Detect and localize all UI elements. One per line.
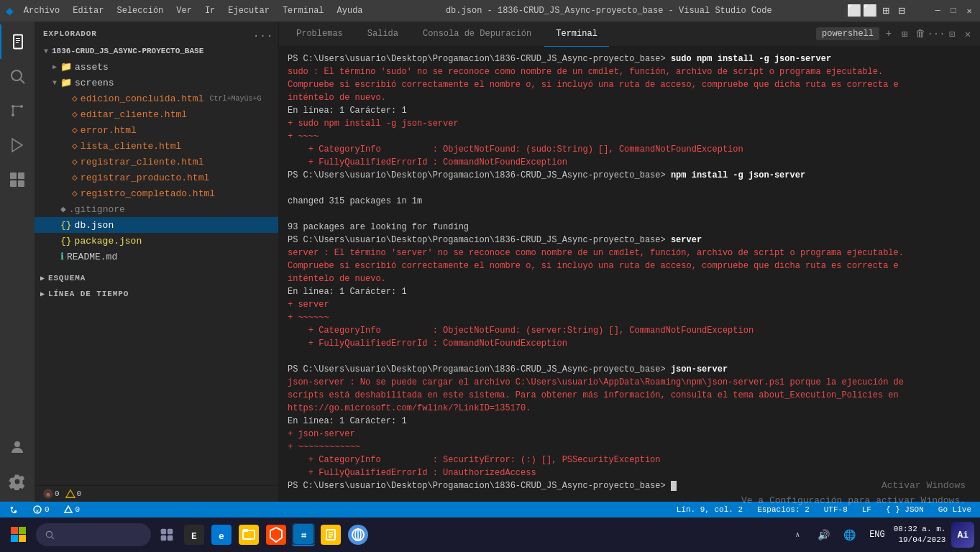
taskbar-clock[interactable]: 08:32 a. m. 19/04/2023 [894,524,946,546]
close-button[interactable]: ✕ [964,6,974,16]
svg-text:E: E [191,531,197,542]
menu-terminal[interactable]: Terminal [277,4,330,17]
activity-bar [0,22,35,502]
svg-rect-29 [161,529,167,535]
trash-terminal-icon[interactable]: 🗑 [914,27,927,40]
taskbar-vscode-icon[interactable]: ⌗ [292,523,315,546]
split-terminal-icon[interactable]: ⊞ [898,27,911,40]
systray-language[interactable]: ENG [866,527,888,543]
minimize-button[interactable]: ─ [933,6,943,16]
svg-point-7 [12,114,14,116]
taskbar-files-icon[interactable] [319,523,342,546]
activity-search[interactable] [0,59,35,93]
layout-btn-4[interactable]: ⊟ [897,6,907,16]
tree-item-db-json[interactable]: ▶ {} db.json [35,217,278,233]
menu-ejecutar[interactable]: Ejecutar [222,4,275,17]
terminal-line-1: PS C:\Users\usuario\Desktop\Progamacion\… [288,52,971,65]
tree-item-readme[interactable]: ▶ ℹ README.md [35,249,278,264]
systray-chevron[interactable]: ∧ [786,523,809,546]
error-count-status: 0 [45,505,50,514]
golive-text: Go Live [938,505,971,514]
terminal-line-27: + json-server [288,428,971,441]
svg-rect-0 [16,38,20,39]
status-golive[interactable]: Go Live [935,502,974,518]
editar-cliente-label: editar_cliente.html [81,109,187,120]
taskbar-epic-icon[interactable]: E [183,523,206,546]
tree-item-gitignore[interactable]: ▶ ◆ .gitignore [35,201,278,217]
shortcut-hint: Ctrl+Mayús+G [209,95,261,103]
more-options-icon[interactable]: ... [257,27,270,40]
status-warnings[interactable]: 0 [61,502,83,518]
status-git[interactable] [6,502,22,518]
spaces-text: Espacios: 2 [757,505,810,514]
taskbar-browser-icon[interactable] [347,523,370,546]
tree-item-screens[interactable]: ▼ 📁 screens [35,75,278,91]
status-eol[interactable]: LF [859,502,874,518]
terminal-line-13: PS C:\Users\usuario\Desktop\Progamacion\… [288,234,971,247]
close-panel-icon[interactable]: ✕ [961,27,974,40]
tab-salida[interactable]: Salida [356,22,410,47]
systray-volume[interactable]: 🔊 [812,523,835,546]
svg-text:e: e [219,531,224,542]
tab-consola[interactable]: Consola de Depuración [411,22,543,47]
menu-ver[interactable]: Ver [170,4,198,17]
status-spaces[interactable]: Espacios: 2 [754,502,812,518]
tree-item-registro-completado[interactable]: ▶ ◇ registro_completado.html [35,185,278,201]
activity-settings[interactable] [0,464,35,499]
status-encoding[interactable]: UTF-8 [821,502,851,518]
error-count: ⊗ 0 [43,489,60,499]
tree-item-package-json[interactable]: ▶ {} package.json [35,233,278,249]
tree-item-lista-cliente[interactable]: ▶ ◇ lista_cliente.html [35,138,278,154]
status-errors[interactable]: ✕ 0 [30,502,52,518]
taskbar-search-box[interactable] [36,523,151,546]
activity-debug[interactable] [0,128,35,162]
sidebar-section-esquema[interactable]: ▶ Esquema [35,270,278,286]
tree-item-registrar-producto[interactable]: ▶ ◇ registrar_producto.html [35,170,278,185]
taskbar-multitask-icon[interactable] [155,523,178,546]
taskbar-explorer-icon[interactable] [237,523,260,546]
registrar-producto-label: registrar_producto.html [81,172,209,183]
tree-root-folder[interactable]: ▼ 1836-CRUD_JS_ASYNC-PROYECTO_BASE [35,43,278,59]
powershell-tab[interactable]: powershell [816,27,879,40]
menu-bar: Archivo Editar Selección Ver Ir Ejecutar… [18,4,369,17]
ai-button[interactable]: Ai [951,522,974,548]
terminal-blank-2 [288,208,971,221]
menu-editar[interactable]: Editar [67,4,109,17]
html-icon-6: ◇ [72,172,78,183]
status-language[interactable]: { } JSON [883,502,927,518]
menu-archivo[interactable]: Archivo [18,4,65,17]
menu-ir[interactable]: Ir [199,4,221,17]
tree-item-assets[interactable]: ▶ 📁 assets [35,59,278,75]
tree-item-error[interactable]: ▶ ◇ error.html [35,122,278,138]
activity-account[interactable] [0,430,35,464]
tree-item-edicion-concluida[interactable]: ▶ ◇ edicion_concluida.html Ctrl+Mayús+G [35,91,278,106]
menu-seleccion[interactable]: Selección [111,4,169,17]
status-bar-left: ✕ 0 0 [6,502,83,518]
status-line-col[interactable]: Lín. 9, col. 2 [674,502,746,518]
layout-btn-2[interactable]: ⬜ [865,6,875,16]
terminal-body[interactable]: PS C:\Users\usuario\Desktop\Progamacion\… [279,47,980,502]
more-terminal-icon[interactable]: ··· [930,27,943,40]
terminal-tabs-right: powershell + ⊞ 🗑 ··· ⊡ ✕ [816,27,974,40]
activity-extensions[interactable] [0,162,35,197]
svg-rect-1 [16,40,20,41]
sidebar-section-linea-tiempo[interactable]: ▶ Línea de tiempo [35,286,278,302]
taskbar-brave-icon[interactable] [265,523,288,546]
tab-terminal[interactable]: Terminal [544,22,609,47]
tab-problemas[interactable]: Problemas [285,22,354,47]
start-button[interactable] [6,522,32,548]
layout-btn-1[interactable]: ⬜ [849,6,859,16]
add-terminal-icon[interactable]: + [882,27,895,40]
systray-network[interactable]: 🌐 [838,523,861,546]
activity-source-control[interactable] [0,93,35,128]
root-arrow-icon: ▼ [40,47,52,55]
tree-item-registrar-cliente[interactable]: ▶ ◇ registrar_cliente.html [35,154,278,170]
taskbar-edge-icon[interactable]: e [210,523,233,546]
activity-explorer[interactable] [0,24,35,59]
restore-button[interactable]: □ [948,6,958,16]
layout-btn-3[interactable]: ⊞ [881,6,891,16]
tree-item-editar-cliente[interactable]: ▶ ◇ editar_cliente.html [35,106,278,122]
panel-layout-icon[interactable]: ⊡ [945,27,958,40]
menu-ayuda[interactable]: Ayuda [331,4,369,17]
terminal-line-15: Compruebe si escribió correctamente el n… [288,259,971,272]
